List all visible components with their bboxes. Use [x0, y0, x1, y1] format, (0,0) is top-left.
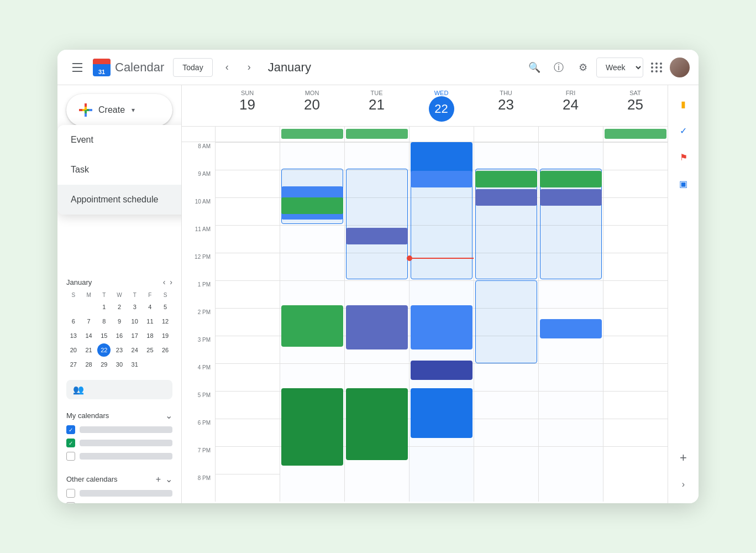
- mini-cal-day-cell[interactable]: 14: [82, 329, 96, 342]
- event-thu-3[interactable]: [475, 189, 537, 206]
- mini-cal-day-cell[interactable]: 12: [159, 315, 172, 328]
- calendar-item-2[interactable]: ✓: [62, 436, 177, 450]
- menu-button[interactable]: [66, 56, 88, 79]
- mini-cal-day-cell[interactable]: 26: [159, 343, 172, 357]
- mini-cal-day-cell[interactable]: 16: [113, 329, 126, 342]
- other-calendar-checkbox-2[interactable]: [66, 502, 75, 503]
- right-calendar-icon[interactable]: ✓: [674, 121, 694, 140]
- mini-cal-day-cell[interactable]: 24: [128, 343, 141, 357]
- day-col-mon[interactable]: [280, 142, 344, 502]
- event-fri-4[interactable]: [540, 319, 602, 338]
- event-thu-2[interactable]: [475, 171, 537, 187]
- mini-cal-day-cell[interactable]: 8: [97, 315, 111, 328]
- other-calendar-item-1[interactable]: [62, 487, 177, 500]
- other-calendar-checkbox-1[interactable]: [66, 489, 75, 498]
- day-col-wed[interactable]: [409, 142, 474, 502]
- day-num-sat[interactable]: 25: [605, 96, 665, 113]
- mini-cal-day-cell[interactable]: 11: [143, 315, 156, 328]
- mini-cal-day-cell[interactable]: 9: [113, 315, 126, 328]
- mini-cal-day-cell[interactable]: 28: [82, 358, 96, 371]
- calendar-checkbox-2[interactable]: ✓: [66, 439, 75, 447]
- event-mon-3[interactable]: [281, 197, 343, 214]
- event-tue-4[interactable]: [346, 388, 408, 460]
- event-wed-4[interactable]: [411, 361, 473, 380]
- all-day-sat[interactable]: [603, 127, 668, 142]
- day-num-thu[interactable]: 23: [476, 96, 536, 113]
- mini-cal-next[interactable]: ›: [170, 278, 172, 286]
- day-num-fri[interactable]: 24: [540, 96, 601, 113]
- event-mon-5[interactable]: [281, 388, 343, 466]
- people-search[interactable]: 👥: [66, 380, 172, 399]
- mini-cal-day-cell[interactable]: 20: [67, 343, 80, 357]
- all-day-mon[interactable]: [280, 127, 344, 142]
- mini-cal-day-cell[interactable]: 2: [113, 300, 126, 314]
- event-mon-4[interactable]: [281, 305, 343, 347]
- day-col-sat[interactable]: [603, 142, 668, 502]
- event-tue-2[interactable]: [346, 228, 408, 244]
- next-button[interactable]: ›: [239, 58, 259, 77]
- day-col-thu[interactable]: [474, 142, 538, 502]
- my-calendars-toggle[interactable]: ⌄: [165, 410, 172, 421]
- right-add-icon[interactable]: +: [674, 448, 694, 468]
- help-button[interactable]: ⓘ: [548, 56, 570, 79]
- event-fri-3[interactable]: [540, 189, 602, 206]
- mini-cal-day-cell[interactable]: 31: [128, 358, 141, 371]
- mini-cal-day-cell[interactable]: 29: [97, 358, 111, 371]
- event-wed-top[interactable]: [411, 142, 473, 173]
- mini-cal-day-cell[interactable]: 7: [82, 315, 96, 328]
- mini-cal-day-cell[interactable]: 21: [82, 343, 96, 357]
- day-col-fri[interactable]: [538, 142, 603, 502]
- all-day-sun[interactable]: [215, 127, 280, 142]
- mini-cal-day-cell[interactable]: 6: [67, 315, 80, 328]
- calendar-checkbox-1[interactable]: ✓: [66, 425, 75, 434]
- today-button[interactable]: Today: [173, 58, 212, 77]
- create-appointment-item[interactable]: Appointment schedule: [57, 185, 182, 215]
- add-other-calendar[interactable]: +: [156, 474, 161, 484]
- mini-cal-day-cell[interactable]: 4: [143, 300, 156, 314]
- day-col-tue[interactable]: [344, 142, 409, 502]
- mini-cal-day-cell[interactable]: 27: [67, 358, 80, 371]
- create-event-item[interactable]: Event: [57, 125, 182, 155]
- calendar-checkbox-3[interactable]: [66, 452, 75, 461]
- right-meet-icon[interactable]: ▣: [674, 174, 694, 194]
- view-selector[interactable]: Week Day Month Year: [596, 58, 643, 77]
- other-calendars-toggle[interactable]: ⌄: [165, 474, 172, 484]
- avatar[interactable]: [670, 58, 690, 77]
- event-wed-3[interactable]: [411, 305, 473, 349]
- event-tue-3[interactable]: [346, 305, 408, 349]
- mini-cal-day-cell[interactable]: 3: [128, 300, 141, 314]
- create-task-item[interactable]: Task: [57, 155, 182, 185]
- prev-button[interactable]: ‹: [217, 58, 237, 77]
- all-day-tue[interactable]: [344, 127, 409, 142]
- search-button[interactable]: 🔍: [523, 56, 545, 79]
- day-num-sun[interactable]: 19: [217, 96, 277, 113]
- mini-cal-day-cell[interactable]: 1: [97, 300, 111, 314]
- create-button[interactable]: Create ▾: [66, 94, 172, 126]
- mini-cal-day-cell[interactable]: 17: [128, 329, 141, 342]
- right-tasks-icon[interactable]: ▮: [674, 94, 694, 114]
- mini-cal-day-cell[interactable]: 30: [113, 358, 126, 371]
- day-col-sun[interactable]: [215, 142, 280, 502]
- right-maps-icon[interactable]: ⚑: [674, 147, 694, 167]
- event-fri-2[interactable]: [540, 171, 602, 187]
- mini-cal-day-cell[interactable]: 13: [67, 329, 80, 342]
- mini-cal-day-cell[interactable]: 15: [97, 329, 111, 342]
- event-tue-1[interactable]: [346, 169, 408, 279]
- day-num-mon[interactable]: 20: [282, 96, 342, 113]
- calendar-item-3[interactable]: [62, 450, 177, 463]
- all-day-event-sat[interactable]: [605, 129, 666, 139]
- mini-cal-prev[interactable]: ‹: [163, 278, 166, 286]
- mini-cal-day-cell[interactable]: 5: [159, 300, 172, 314]
- mini-cal-day-cell[interactable]: 18: [143, 329, 156, 342]
- mini-cal-day-cell[interactable]: 19: [159, 329, 172, 342]
- calendar-item-1[interactable]: ✓: [62, 423, 177, 436]
- day-num-wed[interactable]: 22: [429, 96, 454, 122]
- all-day-event-mon[interactable]: [281, 129, 343, 139]
- all-day-fri[interactable]: [538, 127, 603, 142]
- other-calendar-item-2[interactable]: [62, 500, 177, 503]
- mini-cal-day-cell[interactable]: 25: [143, 343, 156, 357]
- apps-button[interactable]: [645, 56, 668, 79]
- event-wed-2[interactable]: [411, 171, 473, 187]
- mini-cal-day-cell[interactable]: 10: [128, 315, 141, 328]
- event-wed-6[interactable]: [411, 413, 473, 438]
